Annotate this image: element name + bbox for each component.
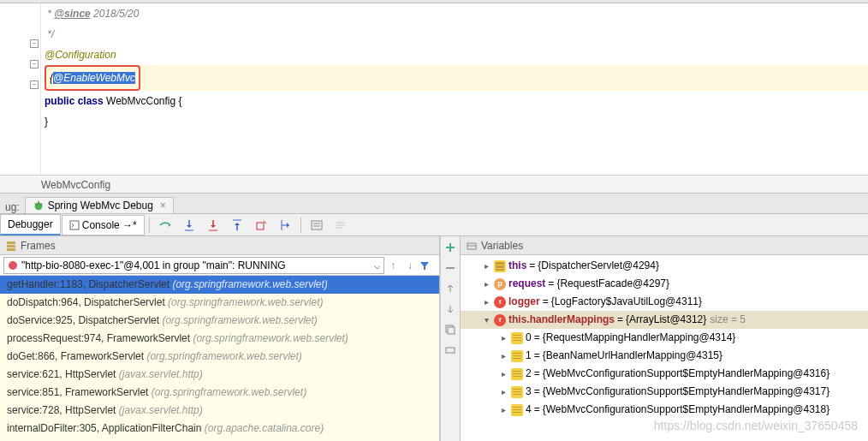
variable-row[interactable]: ▸4 = {WebMvcConfigurationSupport$EmptyHa… [461,401,868,419]
fold-icon[interactable]: − [30,60,39,69]
filter-icon[interactable] [419,259,436,271]
gutter: − − − [0,3,41,175]
field-icon: f [494,296,506,308]
force-step-into-icon[interactable] [204,216,223,235]
variable-row[interactable]: ▸prequest = {RequestFacade@4297} [461,275,868,293]
frame-item[interactable]: service:728, HttpServlet (javax.servlet.… [0,402,439,420]
debug-label: ug: [0,201,25,213]
svg-rect-8 [257,223,264,229]
variable-row[interactable]: ▾fthis.handlerMappings = {ArrayList@4312… [461,311,868,329]
frames-panel: Frames "http-bio-8080-exec-1"@4,001 in g… [0,236,440,441]
editor[interactable]: − − − * @since 2018/5/20 */ @Configurati… [0,3,868,175]
close-icon[interactable]: × [160,200,166,212]
variable-row[interactable]: ▸1 = {BeanNameUrlHandlerMapping@4315} [461,347,868,365]
svg-rect-15 [7,241,15,244]
next-frame-icon[interactable]: ↓ [401,259,419,271]
debug-toolbar: Debugger Console →* [0,214,868,236]
object-icon [494,260,506,272]
tab-debugger[interactable]: Debugger [0,214,61,235]
side-toolbox [440,236,461,441]
down-icon[interactable] [443,301,458,317]
code-content[interactable]: * @since 2018/5/20 */ @Configuration {@E… [41,3,868,175]
array-element-icon [511,332,523,344]
debug-session-label: Spring WebMvc Debug [48,200,153,212]
code-line: * @since 2018/5/20 [45,3,868,24]
frame-item[interactable]: doService:925, DispatcherServlet (org.sp… [0,312,439,330]
svg-rect-20 [448,327,455,334]
step-over-icon[interactable] [156,216,175,235]
variable-row[interactable]: ▸3 = {WebMvcConfigurationSupport$EmptyHa… [461,383,868,401]
frames-list[interactable]: getHandler:1183, DispatcherServlet (org.… [0,276,439,441]
add-watch-icon[interactable] [443,240,458,255]
variables-tree[interactable]: ▸this = {DispatcherServlet@4294}▸preques… [461,255,868,441]
svg-rect-24 [496,262,504,265]
variable-row[interactable]: ▸this = {DispatcherServlet@4294} [461,257,868,275]
expander-icon[interactable]: ▸ [481,293,491,311]
debug-panels: Frames "http-bio-8080-exec-1"@4,001 in g… [0,236,868,441]
run-to-cursor-icon[interactable] [276,216,294,235]
expander-icon[interactable]: ▸ [498,401,508,419]
expander-icon[interactable]: ▸ [498,329,508,347]
thread-selector-row: "http-bio-8080-exec-1"@4,001 in group "m… [0,255,439,276]
prev-frame-icon[interactable]: ↑ [384,259,401,271]
code-line: @Configuration [45,45,868,65]
frame-item[interactable]: service:851, FrameworkServlet (org.sprin… [0,384,439,402]
frame-item[interactable]: service:621, HttpServlet (javax.servlet.… [0,366,439,384]
variable-row[interactable]: ▸0 = {RequestMappingHandlerMapping@4314} [461,329,868,347]
frames-header: Frames [0,236,439,255]
field-icon: f [494,314,506,326]
fold-icon[interactable]: − [30,80,39,89]
frames-icon [5,240,17,252]
frame-item[interactable]: processRequest:974, FrameworkServlet (or… [0,330,439,348]
remove-watch-icon[interactable] [443,260,458,276]
variables-icon [466,240,478,252]
variables-panel: Variables ▸this = {DispatcherServlet@429… [461,236,868,441]
tab-console[interactable]: Console →* [62,215,145,235]
separator [300,218,301,233]
expander-icon[interactable]: ▸ [498,383,508,401]
variable-row[interactable]: ▸2 = {WebMvcConfigurationSupport$EmptyHa… [461,365,868,383]
drop-frame-icon[interactable] [252,216,271,235]
up-icon[interactable] [443,281,458,296]
settings-icon[interactable] [331,216,350,235]
breakpoint-icon [8,260,18,271]
code-line: public class WebMvcConfig { [45,91,868,111]
expander-icon[interactable]: ▸ [481,257,491,275]
svg-point-0 [34,203,42,211]
svg-rect-25 [496,265,504,268]
svg-rect-16 [7,245,15,247]
chevron-down-icon: ⌵ [374,259,380,271]
frame-item[interactable]: doDispatch:964, DispatcherServlet (org.s… [0,294,439,312]
separator [149,218,150,233]
expander-icon[interactable]: ▸ [481,275,491,293]
breadcrumb[interactable]: WebMvcConfig [0,175,868,194]
array-element-icon [511,350,523,362]
expander-icon[interactable]: ▸ [498,347,508,365]
red-highlight-box: {@EnableWebMvc [45,65,140,91]
svg-point-18 [9,261,17,270]
svg-rect-26 [496,269,504,271]
code-line: */ [45,24,868,45]
debug-session-tab[interactable]: Spring WebMvc Debug × [25,197,174,213]
variable-row[interactable]: ▸flogger = {LogFactory$JavaUtilLog@4311} [461,293,868,311]
code-line-highlighted: {@EnableWebMvc [45,65,868,91]
step-into-icon[interactable] [180,216,199,235]
expander-icon[interactable]: ▾ [481,311,491,329]
svg-rect-9 [312,221,322,229]
expander-icon[interactable]: ▸ [498,365,508,383]
evaluate-icon[interactable] [307,216,326,235]
more-icon[interactable] [443,343,458,358]
thread-dropdown[interactable]: "http-bio-8080-exec-1"@4,001 in group "m… [3,257,384,274]
debug-session-tabs: ug: Spring WebMvc Debug × [0,194,868,214]
step-out-icon[interactable] [228,216,247,235]
fold-icon[interactable]: − [30,39,39,48]
svg-rect-4 [70,221,79,229]
param-icon: p [494,278,506,290]
variables-header: Variables [461,236,868,255]
frame-item[interactable]: internalDoFilter:305, ApplicationFilterC… [0,420,439,438]
frame-item[interactable]: getHandler:1183, DispatcherServlet (org.… [0,276,439,294]
copy-icon[interactable] [443,322,458,337]
array-element-icon [511,386,523,398]
svg-rect-21 [446,348,455,353]
frame-item[interactable]: doGet:866, FrameworkServlet (org.springf… [0,348,439,366]
